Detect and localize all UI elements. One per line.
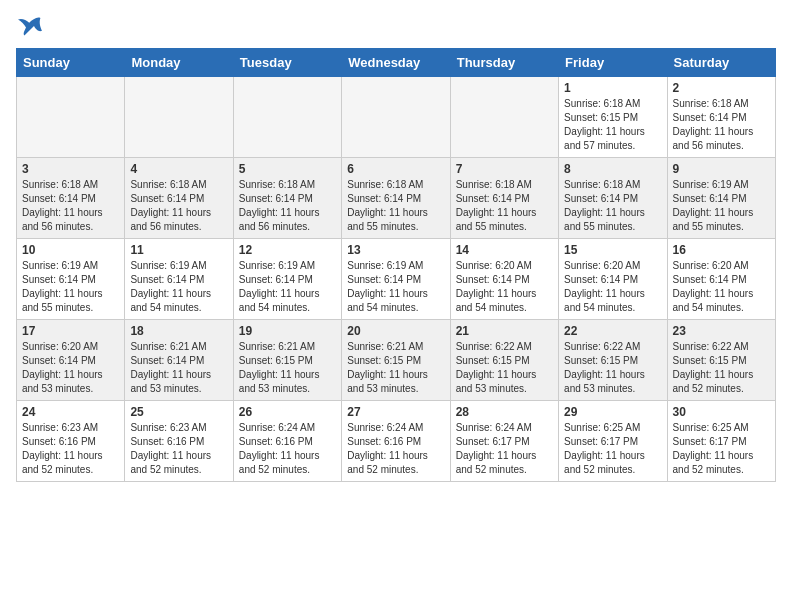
calendar-day-cell: 30Sunrise: 6:25 AMSunset: 6:17 PMDayligh…: [667, 401, 775, 482]
calendar-day-cell: 12Sunrise: 6:19 AMSunset: 6:14 PMDayligh…: [233, 239, 341, 320]
calendar-header-row: SundayMondayTuesdayWednesdayThursdayFrid…: [17, 49, 776, 77]
page: SundayMondayTuesdayWednesdayThursdayFrid…: [0, 0, 792, 498]
day-number: 3: [22, 162, 119, 176]
day-number: 4: [130, 162, 227, 176]
day-info: Sunrise: 6:24 AMSunset: 6:16 PMDaylight:…: [347, 421, 444, 477]
calendar-day-cell: 13Sunrise: 6:19 AMSunset: 6:14 PMDayligh…: [342, 239, 450, 320]
day-info: Sunrise: 6:18 AMSunset: 6:14 PMDaylight:…: [22, 178, 119, 234]
day-number: 14: [456, 243, 553, 257]
day-info: Sunrise: 6:21 AMSunset: 6:14 PMDaylight:…: [130, 340, 227, 396]
day-info: Sunrise: 6:21 AMSunset: 6:15 PMDaylight:…: [347, 340, 444, 396]
weekday-header-sunday: Sunday: [17, 49, 125, 77]
day-info: Sunrise: 6:25 AMSunset: 6:17 PMDaylight:…: [673, 421, 770, 477]
calendar-day-cell: 9Sunrise: 6:19 AMSunset: 6:14 PMDaylight…: [667, 158, 775, 239]
calendar-day-cell: 10Sunrise: 6:19 AMSunset: 6:14 PMDayligh…: [17, 239, 125, 320]
weekday-header-friday: Friday: [559, 49, 667, 77]
day-number: 30: [673, 405, 770, 419]
day-info: Sunrise: 6:19 AMSunset: 6:14 PMDaylight:…: [347, 259, 444, 315]
calendar-day-cell: 20Sunrise: 6:21 AMSunset: 6:15 PMDayligh…: [342, 320, 450, 401]
calendar-day-cell: 1Sunrise: 6:18 AMSunset: 6:15 PMDaylight…: [559, 77, 667, 158]
day-number: 16: [673, 243, 770, 257]
calendar-day-cell: 24Sunrise: 6:23 AMSunset: 6:16 PMDayligh…: [17, 401, 125, 482]
calendar-day-cell: 11Sunrise: 6:19 AMSunset: 6:14 PMDayligh…: [125, 239, 233, 320]
day-number: 6: [347, 162, 444, 176]
day-info: Sunrise: 6:19 AMSunset: 6:14 PMDaylight:…: [239, 259, 336, 315]
calendar-day-cell: 25Sunrise: 6:23 AMSunset: 6:16 PMDayligh…: [125, 401, 233, 482]
day-number: 11: [130, 243, 227, 257]
calendar-day-cell: 23Sunrise: 6:22 AMSunset: 6:15 PMDayligh…: [667, 320, 775, 401]
logo-bird-icon: [18, 16, 42, 36]
day-number: 27: [347, 405, 444, 419]
day-info: Sunrise: 6:20 AMSunset: 6:14 PMDaylight:…: [564, 259, 661, 315]
calendar-week-row: 1Sunrise: 6:18 AMSunset: 6:15 PMDaylight…: [17, 77, 776, 158]
calendar-week-row: 10Sunrise: 6:19 AMSunset: 6:14 PMDayligh…: [17, 239, 776, 320]
calendar-day-cell: [125, 77, 233, 158]
day-number: 7: [456, 162, 553, 176]
day-info: Sunrise: 6:19 AMSunset: 6:14 PMDaylight:…: [130, 259, 227, 315]
day-number: 21: [456, 324, 553, 338]
calendar-day-cell: 14Sunrise: 6:20 AMSunset: 6:14 PMDayligh…: [450, 239, 558, 320]
day-info: Sunrise: 6:23 AMSunset: 6:16 PMDaylight:…: [130, 421, 227, 477]
day-number: 17: [22, 324, 119, 338]
day-info: Sunrise: 6:18 AMSunset: 6:14 PMDaylight:…: [673, 97, 770, 153]
calendar-day-cell: 5Sunrise: 6:18 AMSunset: 6:14 PMDaylight…: [233, 158, 341, 239]
day-number: 5: [239, 162, 336, 176]
calendar-day-cell: 26Sunrise: 6:24 AMSunset: 6:16 PMDayligh…: [233, 401, 341, 482]
calendar-day-cell: 22Sunrise: 6:22 AMSunset: 6:15 PMDayligh…: [559, 320, 667, 401]
calendar-day-cell: [17, 77, 125, 158]
day-number: 15: [564, 243, 661, 257]
calendar-day-cell: 19Sunrise: 6:21 AMSunset: 6:15 PMDayligh…: [233, 320, 341, 401]
calendar-day-cell: 27Sunrise: 6:24 AMSunset: 6:16 PMDayligh…: [342, 401, 450, 482]
logo: [16, 16, 42, 36]
calendar-day-cell: 29Sunrise: 6:25 AMSunset: 6:17 PMDayligh…: [559, 401, 667, 482]
calendar-day-cell: [342, 77, 450, 158]
day-info: Sunrise: 6:24 AMSunset: 6:17 PMDaylight:…: [456, 421, 553, 477]
day-number: 23: [673, 324, 770, 338]
day-info: Sunrise: 6:24 AMSunset: 6:16 PMDaylight:…: [239, 421, 336, 477]
day-number: 19: [239, 324, 336, 338]
calendar-day-cell: 7Sunrise: 6:18 AMSunset: 6:14 PMDaylight…: [450, 158, 558, 239]
day-info: Sunrise: 6:25 AMSunset: 6:17 PMDaylight:…: [564, 421, 661, 477]
day-info: Sunrise: 6:18 AMSunset: 6:14 PMDaylight:…: [239, 178, 336, 234]
weekday-header-wednesday: Wednesday: [342, 49, 450, 77]
calendar-day-cell: 28Sunrise: 6:24 AMSunset: 6:17 PMDayligh…: [450, 401, 558, 482]
calendar-day-cell: 2Sunrise: 6:18 AMSunset: 6:14 PMDaylight…: [667, 77, 775, 158]
calendar-day-cell: 18Sunrise: 6:21 AMSunset: 6:14 PMDayligh…: [125, 320, 233, 401]
calendar-day-cell: 3Sunrise: 6:18 AMSunset: 6:14 PMDaylight…: [17, 158, 125, 239]
day-info: Sunrise: 6:20 AMSunset: 6:14 PMDaylight:…: [22, 340, 119, 396]
day-info: Sunrise: 6:19 AMSunset: 6:14 PMDaylight:…: [673, 178, 770, 234]
calendar-table: SundayMondayTuesdayWednesdayThursdayFrid…: [16, 48, 776, 482]
day-number: 28: [456, 405, 553, 419]
day-number: 26: [239, 405, 336, 419]
day-info: Sunrise: 6:22 AMSunset: 6:15 PMDaylight:…: [673, 340, 770, 396]
day-info: Sunrise: 6:22 AMSunset: 6:15 PMDaylight:…: [564, 340, 661, 396]
day-number: 2: [673, 81, 770, 95]
weekday-header-thursday: Thursday: [450, 49, 558, 77]
calendar-week-row: 24Sunrise: 6:23 AMSunset: 6:16 PMDayligh…: [17, 401, 776, 482]
header: [16, 16, 776, 36]
calendar-day-cell: [450, 77, 558, 158]
calendar-day-cell: [233, 77, 341, 158]
weekday-header-tuesday: Tuesday: [233, 49, 341, 77]
day-number: 18: [130, 324, 227, 338]
day-info: Sunrise: 6:20 AMSunset: 6:14 PMDaylight:…: [456, 259, 553, 315]
day-number: 20: [347, 324, 444, 338]
day-number: 8: [564, 162, 661, 176]
day-number: 9: [673, 162, 770, 176]
day-info: Sunrise: 6:18 AMSunset: 6:15 PMDaylight:…: [564, 97, 661, 153]
day-number: 25: [130, 405, 227, 419]
day-info: Sunrise: 6:18 AMSunset: 6:14 PMDaylight:…: [130, 178, 227, 234]
day-info: Sunrise: 6:18 AMSunset: 6:14 PMDaylight:…: [456, 178, 553, 234]
day-info: Sunrise: 6:18 AMSunset: 6:14 PMDaylight:…: [564, 178, 661, 234]
calendar-day-cell: 16Sunrise: 6:20 AMSunset: 6:14 PMDayligh…: [667, 239, 775, 320]
weekday-header-monday: Monday: [125, 49, 233, 77]
day-info: Sunrise: 6:23 AMSunset: 6:16 PMDaylight:…: [22, 421, 119, 477]
day-number: 10: [22, 243, 119, 257]
calendar-day-cell: 6Sunrise: 6:18 AMSunset: 6:14 PMDaylight…: [342, 158, 450, 239]
calendar-day-cell: 17Sunrise: 6:20 AMSunset: 6:14 PMDayligh…: [17, 320, 125, 401]
day-number: 24: [22, 405, 119, 419]
calendar-day-cell: 21Sunrise: 6:22 AMSunset: 6:15 PMDayligh…: [450, 320, 558, 401]
day-number: 29: [564, 405, 661, 419]
day-number: 22: [564, 324, 661, 338]
day-number: 1: [564, 81, 661, 95]
